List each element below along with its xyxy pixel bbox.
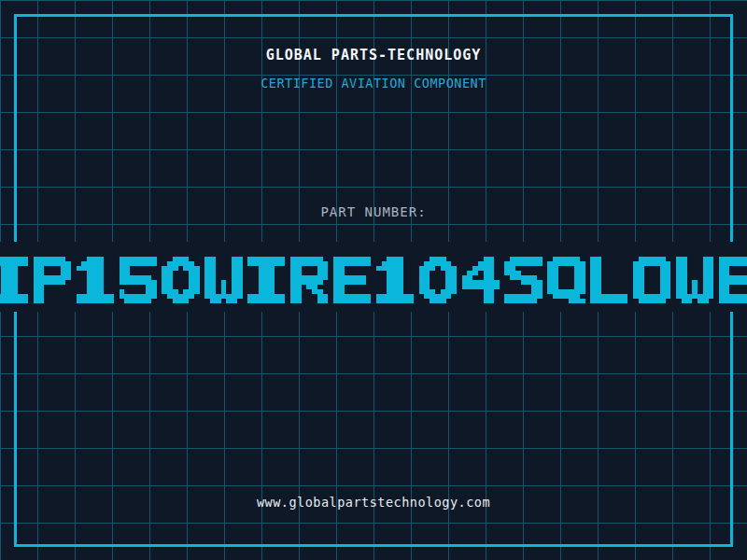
part-number-band	[0, 242, 747, 312]
website-url: www.globalpartstechnology.com	[0, 495, 747, 510]
certificate-screen: { "header": { "title": "GLOBAL PARTS-TEC…	[0, 0, 747, 560]
part-number-label: PART NUMBER:	[0, 204, 747, 219]
part-number-value	[0, 257, 747, 303]
page-title: GLOBAL PARTS-TECHNOLOGY	[0, 47, 747, 63]
page-subtitle: CERTIFIED AVIATION COMPONENT	[0, 76, 747, 91]
